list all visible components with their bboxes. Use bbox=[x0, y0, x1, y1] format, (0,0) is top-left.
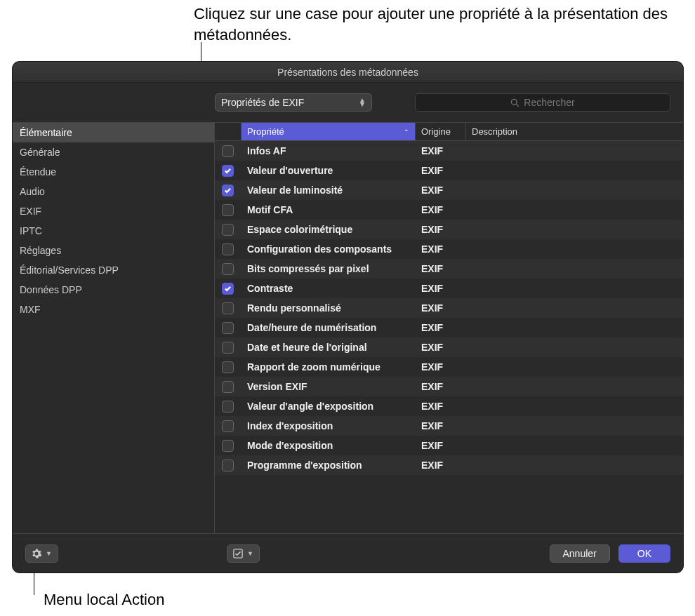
properties-dropdown[interactable]: Propriétés de EXIF ▲▼ bbox=[215, 93, 372, 112]
property-name: Rapport de zoom numérique bbox=[241, 361, 416, 373]
property-checkbox[interactable] bbox=[222, 145, 234, 157]
property-origin: EXIF bbox=[416, 322, 466, 333]
property-origin: EXIF bbox=[416, 204, 466, 215]
header-property-label: Propriété bbox=[247, 126, 284, 137]
property-checkbox[interactable] bbox=[222, 263, 234, 275]
property-name: Version EXIF bbox=[241, 381, 416, 392]
property-name: Infos AF bbox=[241, 145, 416, 156]
table-row: Index d'expositionEXIF bbox=[215, 416, 683, 436]
property-origin: EXIF bbox=[416, 243, 466, 255]
action-menu[interactable]: ▼ bbox=[25, 544, 58, 563]
header-checkbox-col bbox=[215, 123, 241, 140]
chevron-updown-icon: ▲▼ bbox=[359, 98, 366, 107]
ok-button[interactable]: OK bbox=[618, 544, 670, 563]
property-checkbox[interactable] bbox=[222, 361, 234, 373]
sort-caret-icon: ⌃ bbox=[404, 128, 409, 135]
property-name: Valeur d'ouverture bbox=[241, 165, 416, 176]
callout-bottom: Menu local Action bbox=[44, 591, 164, 609]
footer: ▼ ▼ Annuler OK bbox=[13, 533, 683, 573]
property-name: Configuration des composants bbox=[241, 243, 416, 255]
header-description[interactable]: Description bbox=[466, 123, 683, 140]
sidebar-item[interactable]: Éditorial/Services DPP bbox=[13, 260, 214, 280]
table-row: Valeur d'angle d'expositionEXIF bbox=[215, 396, 683, 416]
table-row: Date/heure de numérisationEXIF bbox=[215, 318, 683, 337]
gear-icon bbox=[32, 549, 41, 558]
callout-top: Cliquez sur une case pour ajouter une pr… bbox=[194, 4, 695, 45]
property-checkbox[interactable] bbox=[222, 420, 234, 432]
property-checkbox[interactable] bbox=[222, 460, 234, 471]
properties-table: Propriété ⌃ Origine Description Infos AF… bbox=[215, 123, 683, 533]
property-name: Mode d'exposition bbox=[241, 440, 416, 451]
property-origin: EXIF bbox=[416, 185, 466, 196]
table-row: Rapport de zoom numériqueEXIF bbox=[215, 357, 683, 377]
table-row: ContrasteEXIF bbox=[215, 279, 683, 298]
sidebar-item[interactable]: Étendue bbox=[13, 162, 214, 182]
sidebar-item[interactable]: MXF bbox=[13, 300, 214, 319]
property-name: Date et heure de l'original bbox=[241, 342, 416, 353]
table-row: Rendu personnaliséEXIF bbox=[215, 298, 683, 318]
sidebar-item[interactable]: Données DPP bbox=[13, 280, 214, 300]
property-checkbox[interactable] bbox=[222, 185, 234, 196]
checkbox-icon bbox=[233, 549, 243, 558]
sidebar-item[interactable]: Réglages bbox=[13, 241, 214, 260]
table-row: Programme d'expositionEXIF bbox=[215, 455, 683, 475]
property-origin: EXIF bbox=[416, 145, 466, 156]
content: ÉlémentaireGénéraleÉtendueAudioEXIFIPTCR… bbox=[13, 122, 683, 533]
property-origin: EXIF bbox=[416, 460, 466, 471]
table-row: Mode d'expositionEXIF bbox=[215, 436, 683, 455]
table-row: Version EXIFEXIF bbox=[215, 377, 683, 396]
property-name: Bits compressés par pixel bbox=[241, 263, 416, 274]
table-row: Infos AFEXIF bbox=[215, 141, 683, 161]
table-body: Infos AFEXIFValeur d'ouvertureEXIFValeur… bbox=[215, 141, 683, 533]
property-checkbox[interactable] bbox=[222, 283, 234, 295]
table-row: Date et heure de l'originalEXIF bbox=[215, 337, 683, 357]
sidebar-item[interactable]: Générale bbox=[13, 142, 214, 162]
property-checkbox[interactable] bbox=[222, 204, 234, 216]
checkbox-menu[interactable]: ▼ bbox=[227, 544, 260, 563]
property-checkbox[interactable] bbox=[222, 322, 234, 334]
property-checkbox[interactable] bbox=[222, 165, 234, 177]
table-header: Propriété ⌃ Origine Description bbox=[215, 123, 683, 141]
chevron-down-icon: ▼ bbox=[247, 550, 253, 557]
property-origin: EXIF bbox=[416, 283, 466, 294]
chevron-down-icon: ▼ bbox=[46, 550, 52, 557]
property-checkbox[interactable] bbox=[222, 243, 234, 255]
cancel-button[interactable]: Annuler bbox=[550, 544, 610, 563]
header-property[interactable]: Propriété ⌃ bbox=[241, 123, 416, 140]
property-name: Valeur de luminosité bbox=[241, 185, 416, 196]
property-name: Programme d'exposition bbox=[241, 460, 416, 471]
table-row: Motif CFAEXIF bbox=[215, 200, 683, 220]
property-checkbox[interactable] bbox=[222, 401, 234, 413]
property-origin: EXIF bbox=[416, 342, 466, 353]
property-origin: EXIF bbox=[416, 401, 466, 412]
dropdown-label: Propriétés de EXIF bbox=[221, 97, 304, 108]
property-name: Rendu personnalisé bbox=[241, 302, 416, 314]
table-row: Espace colorimétriqueEXIF bbox=[215, 220, 683, 239]
sidebar-item[interactable]: Audio bbox=[13, 182, 214, 201]
header-origin[interactable]: Origine bbox=[416, 123, 466, 140]
sidebar-item[interactable]: Élémentaire bbox=[13, 123, 214, 142]
property-checkbox[interactable] bbox=[222, 224, 234, 236]
table-row: Bits compressés par pixelEXIF bbox=[215, 259, 683, 279]
property-checkbox[interactable] bbox=[222, 342, 234, 354]
property-checkbox[interactable] bbox=[222, 381, 234, 393]
sidebar-item[interactable]: IPTC bbox=[13, 221, 214, 241]
sidebar-item[interactable]: EXIF bbox=[13, 201, 214, 221]
table-row: Configuration des composantsEXIF bbox=[215, 239, 683, 259]
property-origin: EXIF bbox=[416, 381, 466, 392]
table-row: Valeur de luminositéEXIF bbox=[215, 180, 683, 200]
property-name: Valeur d'angle d'exposition bbox=[241, 401, 416, 412]
property-name: Date/heure de numérisation bbox=[241, 322, 416, 333]
property-origin: EXIF bbox=[416, 263, 466, 274]
property-origin: EXIF bbox=[416, 361, 466, 373]
property-checkbox[interactable] bbox=[222, 302, 234, 314]
search-icon bbox=[510, 98, 519, 107]
callout-bottom-line bbox=[34, 573, 34, 595]
property-origin: EXIF bbox=[416, 224, 466, 235]
search-input[interactable]: Rechercher bbox=[415, 93, 670, 112]
property-origin: EXIF bbox=[416, 420, 466, 431]
sidebar: ÉlémentaireGénéraleÉtendueAudioEXIFIPTCR… bbox=[13, 123, 215, 533]
metadata-views-window: Présentations des métadonnées Propriétés… bbox=[13, 62, 683, 573]
toolbar: Propriétés de EXIF ▲▼ Rechercher bbox=[13, 83, 683, 122]
property-checkbox[interactable] bbox=[222, 440, 234, 452]
